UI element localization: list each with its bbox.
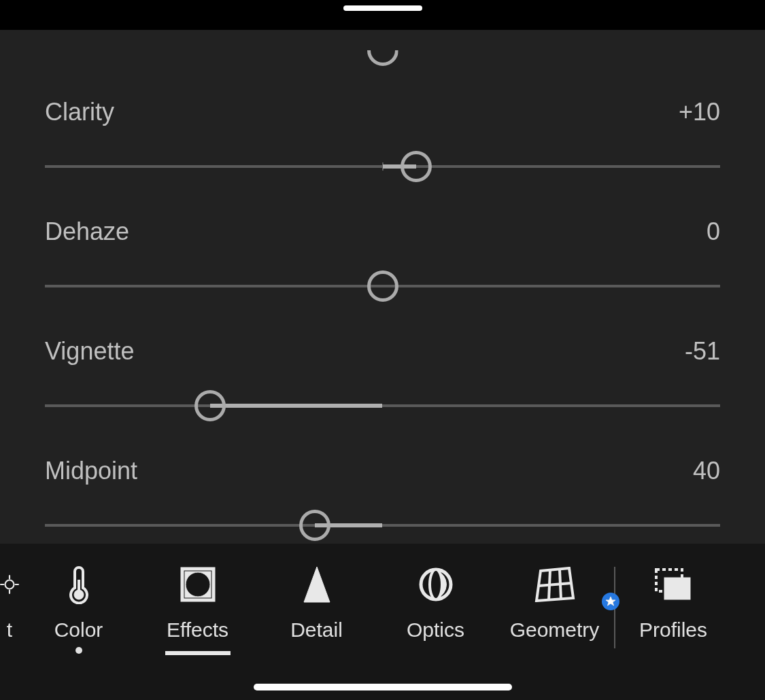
tab-label: Detail	[257, 618, 376, 642]
svg-point-10	[186, 572, 210, 597]
light-icon	[0, 563, 19, 606]
slider-thumb-icon[interactable]	[367, 35, 398, 66]
svg-rect-17	[664, 578, 690, 599]
slider-label: Clarity	[45, 98, 114, 126]
tab-label: Geometry	[495, 618, 614, 642]
slider-value: +10	[679, 98, 720, 126]
tab-label: Color	[19, 618, 138, 642]
tab-geometry[interactable]: Geometry	[495, 563, 614, 642]
slider-thumb-icon[interactable]	[194, 390, 226, 421]
slider-value: 0	[707, 217, 720, 246]
tab-label: Optics	[376, 618, 495, 642]
svg-point-0	[5, 580, 14, 589]
slider-track[interactable]	[45, 151, 720, 182]
slider-label: Dehaze	[45, 217, 129, 246]
slider-fill	[210, 404, 382, 408]
slider-dehaze[interactable]: Dehaze 0	[45, 217, 720, 302]
lens-icon	[376, 563, 495, 606]
slider-texture-partial[interactable]	[45, 30, 720, 71]
slider-list: Clarity +10 Dehaze 0	[45, 30, 720, 541]
triangle-icon	[257, 563, 376, 606]
tab-label: Profiles	[615, 618, 731, 642]
edit-tab-bar: t Color	[0, 544, 765, 700]
slider-vignette[interactable]: Vignette -51	[45, 337, 720, 421]
tab-strip[interactable]: t Color	[0, 563, 765, 665]
tab-label: t	[0, 618, 19, 642]
tab-light[interactable]: t	[0, 563, 19, 642]
tab-effects[interactable]: Effects	[138, 563, 257, 655]
vignette-square-icon	[138, 563, 257, 606]
slider-thumb-icon[interactable]	[299, 510, 330, 541]
modified-dot-icon	[75, 647, 82, 654]
effects-panel: Clarity +10 Dehaze 0	[0, 30, 765, 700]
slider-clarity[interactable]: Clarity +10	[45, 98, 720, 182]
slider-thumb-icon[interactable]	[367, 270, 398, 302]
tab-label: Effects	[138, 618, 257, 655]
home-indicator-icon[interactable]	[254, 684, 512, 690]
thermometer-icon	[19, 563, 138, 606]
profiles-stack-icon	[615, 563, 731, 606]
slider-midpoint[interactable]: Midpoint 40	[45, 457, 720, 541]
slider-value: 40	[693, 457, 720, 485]
tab-optics[interactable]: Optics	[376, 563, 495, 642]
tab-profiles[interactable]: Profiles	[615, 563, 731, 642]
svg-line-15	[539, 583, 571, 586]
slider-track[interactable]	[45, 270, 720, 302]
slider-label: Vignette	[45, 337, 134, 366]
slider-label: Midpoint	[45, 457, 137, 485]
perspective-grid-icon	[495, 563, 614, 606]
drag-handle-icon[interactable]	[343, 5, 422, 11]
slider-value: -51	[685, 337, 720, 366]
tab-color[interactable]: Color	[19, 563, 138, 642]
slider-track[interactable]	[45, 510, 720, 541]
slider-thumb-icon[interactable]	[401, 151, 432, 182]
slider-track[interactable]	[45, 390, 720, 421]
svg-point-12	[430, 570, 442, 599]
tab-detail[interactable]: Detail	[257, 563, 376, 642]
sheet-header	[0, 0, 765, 30]
